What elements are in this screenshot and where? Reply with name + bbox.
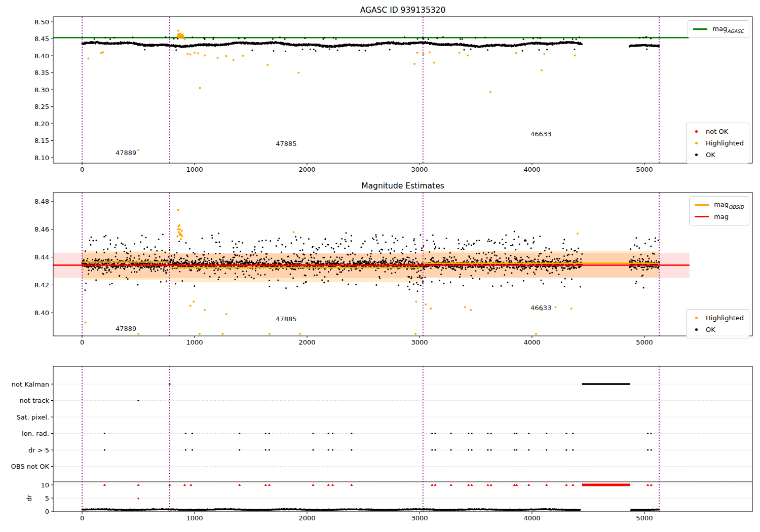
legend-item-ok2: OK	[692, 324, 744, 335]
legend-label-ok: OK	[706, 151, 715, 159]
legend-label-highlighted: Highlighted	[706, 139, 744, 147]
y-tick-label: 8.25	[34, 103, 49, 110]
x-tick-label: 0	[80, 166, 84, 173]
legend-label-mag-obsid: magOBSID	[714, 201, 744, 210]
legend-item-not-ok: not OK	[692, 126, 744, 137]
plot2-line-legend: magOBSID mag	[689, 196, 749, 225]
y-tick-label: 8.35	[34, 69, 49, 77]
dr-tick-label: 5	[45, 495, 49, 502]
x-tick-label: 4000	[523, 338, 540, 346]
mag-agasc-line-sample	[693, 28, 707, 30]
x-axis: 010002000300040005000	[80, 512, 653, 522]
plot1-title: AGASC ID 939135320	[53, 6, 752, 15]
y-tick-label: 8.44	[34, 253, 49, 261]
gridlines	[53, 384, 752, 511]
obsid-annotation: 47889	[116, 149, 136, 157]
x-tick-label: 2000	[298, 338, 315, 346]
highlighted-marker-sample	[695, 142, 698, 144]
category-label: not track	[19, 397, 49, 404]
highlighted-marker-sample2	[695, 317, 698, 319]
legend-item-mag-agasc: magAGASC	[693, 23, 744, 35]
obsid-annotation: 47889	[116, 325, 136, 332]
category-label: OBS not OK	[11, 463, 50, 470]
plot2: 0100020003000400050008.408.428.448.468.4…	[34, 193, 752, 346]
y-tick-label: 8.48	[34, 198, 49, 205]
x-tick-label: 0	[80, 338, 84, 346]
y-tick-label: 8.30	[34, 86, 49, 94]
x-tick-label: 1000	[186, 338, 203, 346]
y-tick-label: 8.42	[34, 281, 49, 289]
ok-marker-sample2	[695, 328, 698, 331]
chart-canvas: 0100020003000400050008.108.158.208.258.3…	[0, 0, 760, 532]
obsid-annotation: 47885	[276, 315, 296, 323]
plot1-line-legend: magAGASC	[688, 20, 749, 38]
y-axis: not Kalmannot trackSat. pixel.Ion. rad.d…	[11, 381, 54, 515]
x-tick-label: 5000	[636, 166, 653, 173]
x-axis: 010002000300040005000	[80, 163, 653, 173]
y-tick-label: 8.40	[34, 52, 49, 60]
plot2-clipped-low-markers	[137, 333, 537, 336]
obsid-annotation: 46633	[530, 304, 551, 312]
x-tick-label: 5000	[636, 514, 653, 522]
category-label: not Kalman	[12, 381, 49, 388]
axes-frame	[53, 17, 752, 163]
y-tick-label: 8.45	[34, 35, 49, 43]
dr-axis-label: dr	[25, 495, 33, 502]
plot3: 010002000300040005000not Kalmannot track…	[11, 366, 753, 522]
legend-item-highlighted2: Highlighted	[692, 312, 744, 324]
mag-line-sample	[695, 216, 709, 217]
plot1-highlighted-scatter	[88, 31, 575, 150]
x-tick-label: 3000	[411, 514, 428, 522]
x-tick-label: 2000	[298, 514, 315, 522]
figure: 0100020003000400050008.108.158.208.258.3…	[0, 0, 760, 532]
x-tick-label: 1000	[186, 166, 203, 173]
category-label: Sat. pixel.	[17, 413, 49, 421]
ok-marker-sample	[695, 154, 698, 156]
legend-label-highlighted2: Highlighted	[706, 314, 744, 322]
y-axis: 8.108.158.208.258.308.358.408.458.50	[34, 18, 53, 162]
dr-tick-label: 10	[41, 481, 49, 489]
mag-obsid-line-sample	[695, 204, 709, 206]
dr-trace	[82, 509, 659, 510]
category-label: Ion. rad.	[22, 430, 49, 437]
x-tick-label: 0	[80, 514, 84, 522]
x-tick-label: 4000	[523, 514, 540, 522]
obsid-annotation: 46633	[530, 130, 551, 138]
legend-item-ok: OK	[692, 149, 744, 161]
axes-frame	[53, 366, 752, 512]
x-axis: 010002000300040005000	[80, 336, 653, 346]
y-axis: 8.408.428.448.468.48	[34, 198, 53, 316]
category-label: dr > 5	[28, 446, 49, 454]
plot1: 0100020003000400050008.108.158.208.258.3…	[34, 17, 752, 173]
legend-item-mag: mag	[695, 211, 744, 222]
y-tick-label: 8.20	[34, 120, 49, 128]
x-tick-label: 3000	[411, 338, 428, 346]
legend-label-ok2: OK	[706, 326, 715, 333]
y-tick-label: 8.46	[34, 225, 49, 233]
y-tick-label: 8.50	[34, 18, 49, 26]
not-ok-marker-sample	[695, 130, 698, 133]
x-tick-label: 5000	[636, 338, 653, 346]
legend-label-not-ok: not OK	[706, 128, 728, 135]
dr-tick-label: 0	[45, 508, 49, 515]
legend-item-mag-obsid: magOBSID	[695, 199, 744, 211]
plot2-title: Magnitude Estimates	[53, 181, 752, 191]
y-tick-label: 8.15	[34, 137, 49, 144]
y-tick-label: 8.40	[34, 309, 49, 317]
legend-item-highlighted: Highlighted	[692, 137, 744, 149]
plot2-marker-legend: Highlighted OK	[686, 309, 749, 338]
x-tick-label: 4000	[523, 166, 540, 173]
plot1-ok-scatter	[82, 37, 659, 51]
plot1-marker-legend: not OK Highlighted OK	[686, 123, 749, 164]
x-tick-label: 3000	[411, 166, 428, 173]
obsid-annotation: 47885	[276, 140, 296, 147]
x-tick-label: 2000	[298, 166, 315, 173]
y-tick-label: 8.10	[34, 154, 49, 162]
legend-label-mag: mag	[714, 213, 729, 220]
obsid-boundary-lines	[82, 366, 659, 512]
legend-label-mag-agasc: magAGASC	[712, 25, 744, 34]
x-tick-label: 1000	[186, 514, 203, 522]
